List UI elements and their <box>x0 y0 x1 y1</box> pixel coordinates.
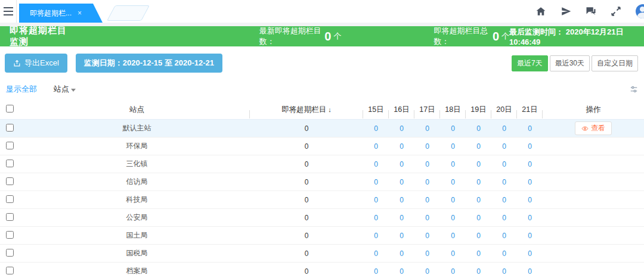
table-row: 科技局00000000 <box>0 190 644 208</box>
date-range-button[interactable]: 监测日期：2020-12-15 至 2020-12-21 <box>76 54 222 73</box>
day-value-cell: 0 <box>389 214 414 222</box>
fullscreen-icon[interactable] <box>611 6 621 17</box>
menu-toggle-icon[interactable] <box>0 0 17 23</box>
row-checkbox[interactable] <box>6 177 14 185</box>
day-value-cell: 0 <box>517 196 543 204</box>
select-all-checkbox[interactable] <box>6 105 14 113</box>
row-checkbox-cell <box>0 213 24 223</box>
column-expiring-sortable[interactable]: 即将超期栏目↓ <box>250 105 363 115</box>
day-value-cell: 0 <box>389 142 414 151</box>
action-cell: 查看 <box>543 121 644 135</box>
day-value-cell: 0 <box>440 267 466 276</box>
row-checkbox[interactable] <box>6 142 14 149</box>
row-checkbox[interactable] <box>6 249 14 257</box>
column-settings-icon[interactable] <box>630 85 638 93</box>
day-value-cell: 0 <box>363 214 389 222</box>
day-value-cell: 0 <box>414 142 440 151</box>
day-value-cell: 0 <box>517 178 543 186</box>
day-value-cell: 0 <box>389 178 414 186</box>
range-30days-button[interactable]: 最近30天 <box>550 55 590 71</box>
expiring-count-cell: 0 <box>250 214 363 222</box>
day-value-cell: 0 <box>466 249 491 258</box>
row-checkbox-cell <box>0 142 24 151</box>
expiring-count-cell: 0 <box>250 196 363 204</box>
stat-total-value: 0 <box>493 30 499 43</box>
expiring-count-cell: 0 <box>250 160 363 168</box>
stat-latest-label: 最新即将超期栏目数： <box>259 26 323 47</box>
send-icon[interactable] <box>561 6 571 17</box>
table-body: 默认主站00000000查看环保局00000000三化镇00000000信访局0… <box>0 119 644 278</box>
tab-ghost <box>107 5 150 21</box>
row-checkbox[interactable] <box>6 231 14 239</box>
quick-range-group: 最近7天 最近30天 自定义日期 <box>512 55 638 71</box>
export-excel-button[interactable]: 导出Excel <box>5 54 67 73</box>
day-value-cell: 0 <box>414 124 440 133</box>
eye-icon <box>581 125 589 132</box>
select-all-cell <box>0 105 24 114</box>
day-value-cell: 0 <box>517 232 543 240</box>
table-row: 国土局00000000 <box>0 226 644 244</box>
hamburger-icon <box>4 7 13 15</box>
table-row: 国税局00000000 <box>0 244 644 262</box>
day-value-cell: 0 <box>363 232 389 240</box>
day-value-cell: 0 <box>466 232 491 240</box>
expiring-count-cell: 0 <box>250 124 363 133</box>
site-name-cell: 国税局 <box>24 248 250 258</box>
home-icon[interactable] <box>535 6 546 17</box>
column-site: 站点 <box>24 105 250 115</box>
day-value-cell: 0 <box>363 142 389 151</box>
day-value-cell: 0 <box>363 178 389 186</box>
day-value-cell: 0 <box>440 124 466 133</box>
panel-header: 即将超期栏目监测 最新即将超期栏目数： 0 个 即将超期栏目总数： 0 个 最后… <box>0 26 644 46</box>
day-value-cell: 0 <box>491 249 517 258</box>
tab-expiring-monitor[interactable]: 即将超期栏... × <box>19 4 103 23</box>
expiring-count-cell: 0 <box>250 232 363 240</box>
site-name-cell: 信访局 <box>24 177 250 187</box>
toolbar: 导出Excel 监测日期：2020-12-15 至 2020-12-21 最近7… <box>0 46 644 79</box>
day-value-cell: 0 <box>440 232 466 240</box>
day-value-cell: 0 <box>491 160 517 168</box>
row-checkbox[interactable] <box>6 195 14 203</box>
chevron-down-icon <box>71 89 76 92</box>
row-checkbox[interactable] <box>6 160 14 167</box>
column-day16: 16日 <box>389 105 414 115</box>
day-value-cell: 0 <box>491 178 517 186</box>
range-custom-button[interactable]: 自定义日期 <box>592 55 638 71</box>
show-all-link[interactable]: 显示全部 <box>6 84 37 95</box>
row-checkbox-cell <box>0 249 24 258</box>
view-button[interactable]: 查看 <box>575 121 612 135</box>
day-value-cell: 0 <box>517 214 543 222</box>
day-value-cell: 0 <box>491 124 517 133</box>
site-dropdown[interactable]: 站点 <box>54 84 76 95</box>
table-row: 公安局00000000 <box>0 208 644 226</box>
messages-icon[interactable] <box>586 6 596 17</box>
row-checkbox[interactable] <box>6 213 14 221</box>
day-value-cell: 0 <box>466 178 491 186</box>
row-checkbox[interactable] <box>6 124 14 132</box>
day-value-cell: 0 <box>517 142 543 151</box>
stat-total-unit: 个 <box>501 31 509 42</box>
row-checkbox-cell <box>0 195 24 205</box>
date-range-label: 监测日期：2020-12-15 至 2020-12-21 <box>84 58 214 68</box>
site-name-cell: 三化镇 <box>24 159 250 169</box>
day-value-cell: 0 <box>389 232 414 240</box>
day-value-cell: 0 <box>517 267 543 276</box>
row-checkbox-cell <box>0 124 24 133</box>
column-day20: 20日 <box>491 105 517 115</box>
day-value-cell: 0 <box>414 214 440 222</box>
day-value-cell: 0 <box>440 142 466 151</box>
day-value-cell: 0 <box>414 196 440 204</box>
user-avatar[interactable] <box>636 4 644 18</box>
site-name-cell: 科技局 <box>24 195 250 205</box>
site-name-cell: 公安局 <box>24 213 250 223</box>
range-7days-button[interactable]: 最近7天 <box>512 55 548 71</box>
site-name-cell: 档案局 <box>24 266 250 276</box>
site-name-cell: 国土局 <box>24 230 250 240</box>
tab-close-icon[interactable]: × <box>78 9 82 17</box>
day-value-cell: 0 <box>440 196 466 204</box>
row-checkbox[interactable] <box>6 267 14 274</box>
day-value-cell: 0 <box>389 196 414 204</box>
export-label: 导出Excel <box>24 58 59 68</box>
day-value-cell: 0 <box>363 160 389 168</box>
day-value-cell: 0 <box>414 267 440 276</box>
